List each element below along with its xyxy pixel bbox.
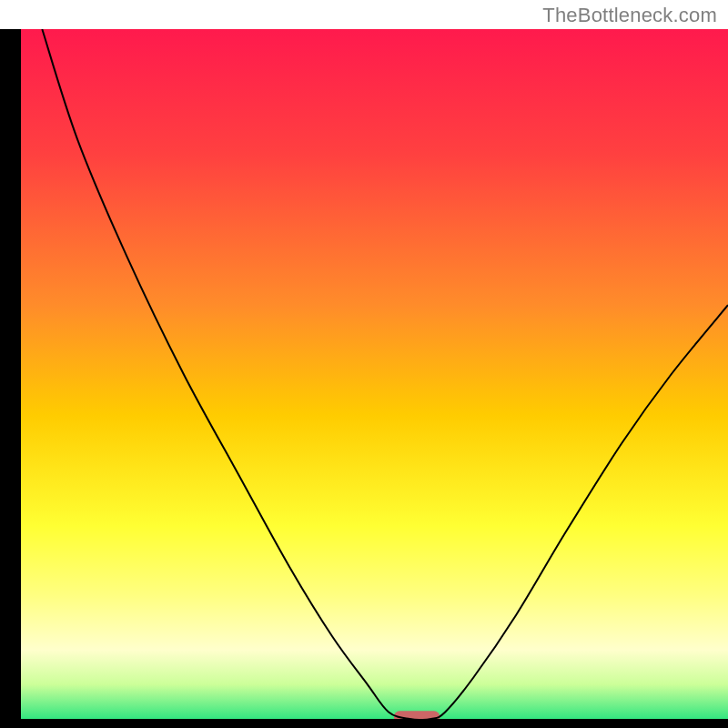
bottleneck-chart — [0, 0, 728, 728]
axis-border — [0, 29, 21, 728]
plot-background — [21, 29, 728, 719]
watermark-text: TheBottleneck.com — [542, 4, 717, 27]
axis-border — [0, 719, 728, 728]
chart-frame: TheBottleneck.com — [0, 0, 728, 728]
